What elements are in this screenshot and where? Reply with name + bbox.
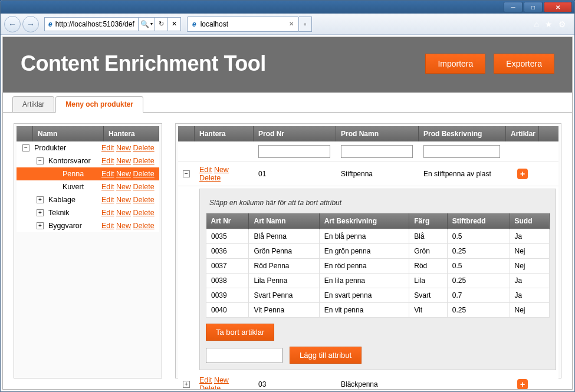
tools-icon[interactable]: ⚙	[558, 19, 566, 29]
edit-link[interactable]: Edit	[101, 157, 114, 165]
delete-link[interactable]: Delete	[199, 384, 221, 389]
new-link[interactable]: New	[116, 209, 131, 217]
new-link[interactable]: New	[116, 196, 131, 204]
back-button[interactable]: ←	[4, 16, 21, 32]
tab-title: localhost	[201, 20, 228, 28]
col-farg[interactable]: Färg	[409, 213, 448, 229]
article-row[interactable]: 0035Blå PennaEn blå pennaBlå0.5Ja	[206, 229, 550, 244]
add-attribute-input[interactable]	[206, 348, 282, 363]
article-row[interactable]: 0036Grön PennaEn grön pennaGrön0.25Nej	[206, 244, 550, 259]
new-tab-button[interactable]: ▫	[299, 17, 312, 32]
tree-row-kablage[interactable]: +KablageEdit New Delete	[17, 193, 159, 206]
col-artnamn[interactable]: Art Namn	[249, 213, 319, 229]
tab-close-icon[interactable]: ✕	[289, 21, 294, 27]
tree-expand-button[interactable]: +	[37, 196, 44, 203]
article-row[interactable]: 0039Svart PennaEn svart pennaSvart0.7Ja	[206, 288, 550, 303]
article-row[interactable]: 0040Vit PennaEn vit pennaVit0.25Nej	[206, 303, 550, 318]
tree-row-produkter[interactable]: −ProdukterEdit New Delete	[17, 141, 159, 154]
cell-sudd: Ja	[510, 229, 549, 244]
edit-link[interactable]: Edit	[101, 144, 114, 152]
delete-link[interactable]: Delete	[133, 170, 155, 178]
window-close-button[interactable]	[544, 2, 572, 12]
remove-articles-button[interactable]: Ta bort artiklar	[206, 324, 274, 341]
forward-button[interactable]: →	[22, 16, 39, 32]
article-row[interactable]: 0038Lila PennaEn lila pennaLila0.25Ja	[206, 274, 550, 288]
tree-expand-button[interactable]: −	[37, 157, 44, 164]
new-link[interactable]: New	[116, 170, 131, 178]
browser-tab[interactable]: e localhost ✕	[187, 17, 299, 32]
new-link[interactable]: New	[116, 144, 131, 152]
search-button[interactable]: 🔍▾	[139, 17, 155, 31]
cell-stiftbredd: 0.7	[447, 288, 510, 303]
tree-item-label: Produkter	[33, 144, 101, 152]
delete-link[interactable]: Delete	[133, 144, 155, 152]
tree-row-kontorsvaror[interactable]: −KontorsvarorEdit New Delete	[17, 154, 159, 167]
cell-artnr: 0036	[206, 244, 249, 259]
add-article-button[interactable]: +	[517, 379, 528, 389]
edit-link[interactable]: Edit	[199, 376, 212, 384]
delete-link[interactable]: Delete	[133, 157, 155, 165]
tree-expand-button[interactable]: +	[37, 222, 44, 229]
tab-meny-produkter[interactable]: Meny och produkter	[55, 96, 143, 113]
delete-link[interactable]: Delete	[133, 196, 155, 204]
window-maximize-button[interactable]	[524, 2, 543, 12]
refresh-button[interactable]: ↻	[155, 17, 168, 31]
tab-artiklar[interactable]: Artiklar	[12, 96, 54, 112]
page-tabs: Artiklar Meny och produkter	[3, 93, 572, 113]
edit-link[interactable]: Edit	[101, 209, 114, 217]
cell-artnamn: Lila Penna	[249, 274, 319, 288]
delete-link[interactable]: Delete	[133, 209, 155, 217]
cell-artnr: 0035	[206, 229, 249, 244]
tree-item-actions: Edit New Delete	[101, 222, 157, 230]
delete-link[interactable]: Delete	[199, 174, 221, 182]
stop-button[interactable]: ✕	[168, 17, 181, 31]
tree-expand-button[interactable]: −	[22, 144, 29, 151]
cell-farg: Grön	[409, 244, 448, 259]
export-button[interactable]: Exportera	[494, 54, 554, 74]
col-stiftbredd[interactable]: Stiftbredd	[447, 213, 510, 229]
new-link[interactable]: New	[116, 183, 131, 191]
new-link[interactable]: New	[116, 222, 131, 230]
tree-header-name: Namn	[33, 126, 104, 141]
cell-stiftbredd: 0.5	[447, 229, 510, 244]
url-text: http://localhost:51036/def	[55, 20, 134, 28]
tree-row-teknik[interactable]: +TeknikEdit New Delete	[17, 206, 159, 219]
col-sudd[interactable]: Sudd	[510, 213, 549, 229]
new-link[interactable]: New	[214, 376, 229, 384]
detail-dropzone-hint[interactable]: Släpp en kollumn här för att ta bort att…	[206, 195, 550, 213]
edit-link[interactable]: Edit	[101, 170, 114, 178]
article-row[interactable]: 0037Röd PennaEn röd pennaRöd0.5Nej	[206, 259, 550, 274]
window-minimize-button[interactable]	[504, 2, 523, 12]
cell-artnamn: Vit Penna	[249, 303, 319, 318]
row-expand-button[interactable]: +	[183, 381, 190, 388]
delete-link[interactable]: Delete	[133, 222, 155, 230]
filter-prodnamn-input[interactable]	[341, 145, 413, 158]
page-body: Namn Hantera −ProdukterEdit New Delete −…	[3, 113, 572, 389]
edit-link[interactable]: Edit	[101, 183, 114, 191]
row-expand-button[interactable]: −	[183, 170, 190, 177]
edit-link[interactable]: Edit	[101, 222, 114, 230]
add-article-button[interactable]: +	[517, 169, 528, 179]
address-bar[interactable]: e http://localhost:51036/def	[44, 17, 139, 31]
home-icon[interactable]: ⌂	[534, 19, 539, 29]
cell-prodnamn: Stiftpenna	[336, 166, 419, 182]
favorites-icon[interactable]: ★	[545, 19, 553, 29]
tree-row-byggvaror[interactable]: +ByggvarorEdit New Delete	[17, 219, 159, 232]
tree-row-kuvert[interactable]: KuvertEdit New Delete	[17, 180, 159, 193]
page-content: Content Enrichment Tool Importera Export…	[2, 37, 573, 390]
delete-link[interactable]: Delete	[133, 183, 155, 191]
filter-prodbeskr-input[interactable]	[423, 145, 500, 158]
tree-row-penna[interactable]: PennaEdit New Delete	[17, 167, 159, 180]
edit-link[interactable]: Edit	[101, 196, 114, 204]
edit-link[interactable]: Edit	[199, 166, 212, 174]
tree-expand-button[interactable]: +	[37, 209, 44, 216]
col-artnr[interactable]: Art Nr	[206, 213, 249, 229]
add-attribute-button[interactable]: Lägg till attribut	[290, 347, 362, 364]
filter-prodnr-input[interactable]	[258, 145, 330, 158]
new-link[interactable]: New	[116, 157, 131, 165]
cell-stiftbredd: 0.5	[447, 259, 510, 274]
new-link[interactable]: New	[214, 166, 229, 174]
col-artbeskr[interactable]: Art Beskrivning	[319, 213, 409, 229]
cell-artnamn: Röd Penna	[249, 259, 319, 274]
import-button[interactable]: Importera	[425, 54, 485, 74]
